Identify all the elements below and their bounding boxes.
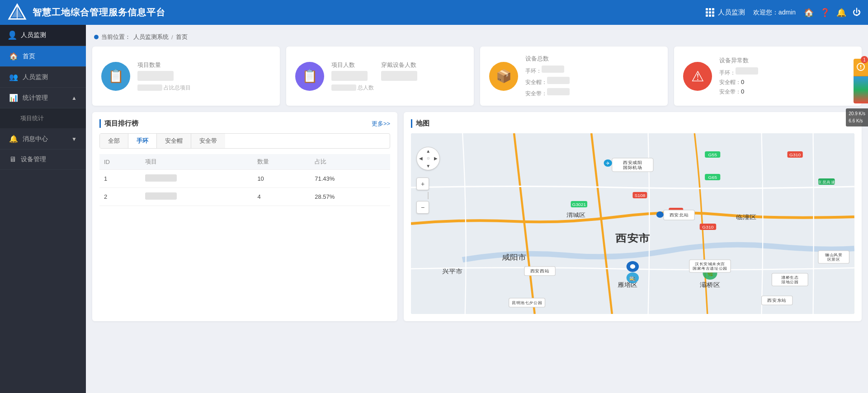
svg-text:兴平市: 兴平市 <box>442 268 462 275</box>
ranking-more[interactable]: 更多>> <box>372 120 390 128</box>
tab-helmet[interactable]: 安全帽 <box>157 134 191 148</box>
svg-text:西安西站: 西安西站 <box>530 269 550 273</box>
device-abnormal-content: 设备异常数 手环： 安全帽：0 安全带：0 <box>719 56 853 96</box>
home-icon[interactable]: 🏠 <box>804 8 814 18</box>
help-icon[interactable]: ❓ <box>820 8 830 18</box>
map-background: G55 G65 G3021 S108 G70 G310 <box>411 133 854 314</box>
map-left-btn[interactable]: ◀ <box>417 156 425 161</box>
sidebar-item-personnel[interactable]: 👥 人员监测 <box>0 67 86 88</box>
table-row: 2 4 28.57% <box>99 188 390 206</box>
ranking-card: 项目排行榜 更多>> 全部 手环 安全帽 安全带 ID 项目 数量 <box>92 112 397 321</box>
sidebar-item-stats[interactable]: 📊 统计管理 ▲ <box>0 88 86 108</box>
expand-icon: ▲ <box>71 95 77 101</box>
sidebar-label-home: 首页 <box>23 52 35 61</box>
sidebar: 👤 人员监测 🏠 首页 👥 人员监测 📊 统计管理 ▲ 项目统计 🔔 消息中心 … <box>0 25 86 393</box>
breadcrumb-current: 首页 <box>176 33 188 41</box>
svg-text:🚉: 🚉 <box>630 276 637 281</box>
map-title: 地图 <box>411 119 429 128</box>
svg-text:G55: G55 <box>708 153 717 157</box>
svg-text:西安市: 西安市 <box>615 232 651 243</box>
right-float-panel: 1 <box>854 59 868 103</box>
power-icon[interactable]: ⏻ <box>853 8 861 17</box>
svg-text:G3021: G3021 <box>572 202 586 207</box>
color-indicator <box>854 76 868 103</box>
messages-icon: 🔔 <box>9 135 18 143</box>
sidebar-item-messages[interactable]: 🔔 消息中心 ▼ <box>0 129 86 150</box>
abnormal-helmet-label: 安全帽：0 <box>719 79 853 86</box>
sidebar-item-devices[interactable]: 🖥 设备管理 <box>0 150 86 170</box>
module-nav[interactable]: 人员监测 <box>706 8 745 17</box>
stats-row: 📋 项目数量 占比总项目 📋 <box>92 47 862 106</box>
welcome-text: 欢迎您：admin <box>753 9 796 17</box>
device-total-label: 设备总数 <box>525 55 659 63</box>
svg-point-58 <box>860 68 861 69</box>
speed2-value: 6.6 <box>849 118 855 123</box>
personnel-icon: 👥 <box>9 73 18 81</box>
map-nav-control[interactable]: ▲ ◀ ⊙ ▶ ▼ <box>416 147 440 170</box>
svg-text:湿地公园: 湿地公园 <box>781 280 798 284</box>
stats-icon: 📊 <box>9 94 18 102</box>
tab-bracelet[interactable]: 手环 <box>128 134 157 148</box>
svg-point-30 <box>656 211 664 218</box>
svg-text:京昆高速: 京昆高速 <box>818 180 835 184</box>
breadcrumb-sep: / <box>171 34 173 41</box>
project-count-icon: 📋 <box>101 62 130 91</box>
module-name: 人员监测 <box>718 8 745 17</box>
project-count-label: 项目数量 <box>137 61 271 69</box>
row2-count: 4 <box>253 188 310 206</box>
header: 智慧工地综合管理服务信息平台 人员监测 欢迎您：admin 🏠 ❓ 🔔 ⏻ <box>0 0 868 25</box>
notification-badge: 1 <box>861 56 868 63</box>
logo-icon <box>7 3 27 23</box>
row1-count: 10 <box>253 170 310 188</box>
device-abnormal-label: 设备异常数 <box>719 56 853 65</box>
bottom-row: 项目排行榜 更多>> 全部 手环 安全帽 安全带 ID 项目 数量 <box>92 112 862 321</box>
map-right-btn[interactable]: ▶ <box>432 156 440 161</box>
sidebar-label-messages: 消息中心 <box>23 135 48 143</box>
svg-text:灞桥区: 灞桥区 <box>700 281 720 288</box>
sidebar-user-label: 人员监测 <box>21 31 46 39</box>
tab-all[interactable]: 全部 <box>100 134 128 148</box>
abnormal-bracelet-label: 手环： <box>719 67 853 77</box>
map-header: 地图 <box>411 119 854 128</box>
stat-card-project-count: 📋 项目数量 占比总项目 <box>92 47 280 106</box>
map-up-btn[interactable]: ▲ <box>425 149 432 154</box>
sidebar-label-stats: 统计管理 <box>23 94 48 102</box>
svg-text:骊山风景: 骊山风景 <box>825 253 842 257</box>
device-abnormal-icon: ⚠ <box>683 62 712 91</box>
svg-text:国际机场: 国际机场 <box>623 165 642 170</box>
svg-text:G310: G310 <box>789 153 801 157</box>
user-icon: 👤 <box>7 30 17 40</box>
svg-text:临潼区: 临潼区 <box>736 214 756 220</box>
svg-text:国家考古遗址公园: 国家考古遗址公园 <box>693 267 727 271</box>
svg-text:西安东站: 西安东站 <box>768 298 787 303</box>
row2-id: 2 <box>99 188 141 206</box>
stat-card-device-count: 📦 设备总数 手环： 安全帽： 安全带： <box>480 47 668 106</box>
svg-text:西安咸阳: 西安咸阳 <box>623 160 642 165</box>
map-down-btn[interactable]: ▼ <box>425 164 432 168</box>
col-project: 项目 <box>141 154 253 170</box>
grid-icon <box>706 8 714 17</box>
sidebar-item-home[interactable]: 🏠 首页 <box>0 46 86 67</box>
svg-text:汉长安城未央宫: 汉长安城未央宫 <box>695 262 725 266</box>
map-roads-svg: G55 G65 G3021 S108 G70 G310 <box>411 133 854 314</box>
bell-icon[interactable]: 🔔 <box>836 8 846 18</box>
device-count-icon: 📦 <box>489 62 518 91</box>
filter-tabs: 全部 手环 安全帽 安全带 <box>99 133 390 149</box>
map-zoom-out-btn[interactable]: − <box>416 201 429 214</box>
speed1-value: 20.9 <box>849 111 857 116</box>
device-people-value <box>381 71 417 81</box>
breadcrumb: 当前位置： 人员监测系统 / 首页 <box>92 29 862 47</box>
device-count-content: 设备总数 手环： 安全帽： 安全带： <box>525 55 659 98</box>
personnel-icon-circle: 📋 <box>295 62 324 91</box>
sidebar-item-project-stats[interactable]: 项目统计 <box>0 108 86 129</box>
breadcrumb-dot <box>94 35 99 39</box>
abnormal-belt-label: 安全带：0 <box>719 88 853 96</box>
svg-text:瀍桥生态: 瀍桥生态 <box>781 276 798 280</box>
map-zoom-in-btn[interactable]: + <box>416 178 429 190</box>
col-id: ID <box>99 154 141 170</box>
row2-project <box>141 188 253 206</box>
stat-card-device-abnormal: ⚠ 设备异常数 手环： 安全帽：0 安全带：0 <box>674 47 862 106</box>
row1-ratio: 71.43% <box>310 170 390 188</box>
tab-belt[interactable]: 安全带 <box>191 134 225 148</box>
map-container[interactable]: G55 G65 G3021 S108 G70 G310 <box>411 133 854 314</box>
